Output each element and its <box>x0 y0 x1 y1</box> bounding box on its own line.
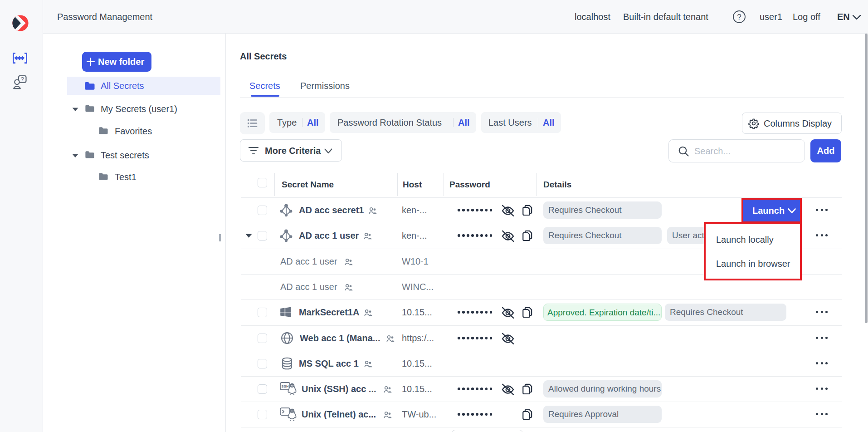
svg-text:?: ? <box>737 13 741 21</box>
svg-text:?: ? <box>21 76 24 83</box>
